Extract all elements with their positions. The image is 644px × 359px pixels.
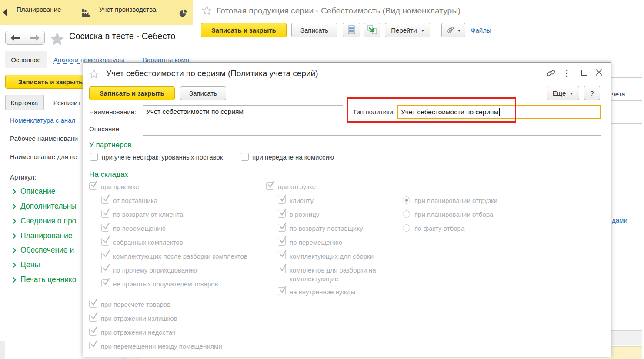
clipped-link[interactable]: дами [612, 216, 627, 224]
checkbox-commission-transfer[interactable] [241, 153, 249, 161]
field-border [611, 123, 642, 124]
pie-chart-icon[interactable] [179, 9, 187, 19]
checkbox-components-after-disassembly[interactable] [101, 252, 109, 259]
article-input[interactable] [43, 170, 83, 182]
favorite-star-outline-icon[interactable] [90, 70, 98, 80]
footer-gray-band [611, 330, 642, 345]
description-input[interactable] [143, 123, 601, 136]
checkbox-move-between-premises[interactable] [89, 342, 97, 349]
checkbox-transfer-out[interactable] [278, 238, 286, 246]
checkbox-label: комплектов для разборки на комплектующие [290, 266, 390, 283]
section-planning[interactable]: Планирование [12, 231, 72, 240]
checkbox-label: при приемке [101, 183, 139, 191]
forward-button[interactable] [25, 31, 45, 44]
sections-panel: Планирование Учет производства [0, 0, 193, 25]
partners-group-header: У партнеров [89, 141, 132, 150]
checkbox-not-accepted-goods[interactable] [101, 279, 109, 287]
attachments-button[interactable] [441, 23, 465, 37]
files-link[interactable]: Файлы [470, 27, 491, 34]
section-tab-production[interactable]: Учет производства [99, 6, 156, 13]
save-button[interactable]: Записать [180, 86, 226, 100]
factory-icon[interactable] [82, 9, 90, 19]
section-description[interactable]: Описание [12, 187, 56, 196]
form-frame-left-border [5, 110, 5, 357]
more-button[interactable]: Еще [547, 86, 579, 100]
section-prices[interactable]: Цены [12, 260, 40, 269]
checkbox-label: комплектующих для сборки [290, 252, 374, 260]
checkbox-to-client[interactable] [278, 196, 286, 204]
window-title: Готовая продукция серии - Себестоимость … [217, 6, 460, 16]
save-close-button[interactable]: Записать и закрыть [201, 23, 287, 37]
checkbox-goods-recount[interactable] [89, 300, 97, 308]
save-button[interactable]: Записать [291, 23, 337, 37]
checkbox-label: при перемещении между помещениями [101, 342, 222, 350]
radio-plan-picking[interactable] [403, 210, 410, 218]
radio-plan-shipment[interactable] [403, 196, 410, 204]
radio-label: при планировании отбора [414, 210, 493, 219]
linked-documents-icon [367, 25, 377, 36]
dialog-series-cost-accounting: Учет себестоимости по сериям (Политика у… [83, 62, 611, 357]
checkbox-internal-needs[interactable] [278, 287, 286, 295]
section-label: Обеспечение и [20, 246, 74, 255]
report-button[interactable] [343, 23, 360, 37]
checkbox-transfer-in[interactable] [101, 224, 109, 232]
goto-button[interactable]: Перейти [385, 23, 430, 37]
checkbox-supplier-return[interactable] [278, 224, 286, 232]
more-label: Еще [553, 90, 566, 97]
label-working-name: Рабочее наименовани [10, 135, 78, 142]
checkbox-label: при отражении излишков [101, 314, 177, 322]
section-label: Дополнительны [20, 202, 77, 211]
checkbox-label: при передаче на комиссию [252, 153, 334, 161]
scroll-left-icon[interactable] [3, 9, 7, 18]
name-input[interactable]: Учет себестоимости по сериям [143, 105, 343, 118]
save-close-button[interactable]: Записать и закрыть [5, 75, 96, 89]
checkbox-retail[interactable] [278, 210, 286, 218]
checkbox-uninvoiced-deliveries[interactable] [90, 153, 98, 161]
radio-fact-picking[interactable] [403, 224, 410, 232]
tab-main[interactable]: Основное [5, 51, 47, 68]
description-label: Описание: [89, 125, 121, 133]
section-label: Описание [20, 187, 56, 196]
checkbox-from-supplier[interactable] [101, 196, 109, 204]
link-nomenclature-analogs[interactable]: Номенклатура с анал [10, 116, 75, 124]
field-border [611, 86, 642, 86]
form-right-border [642, 65, 642, 345]
section-additional[interactable]: Дополнительны [12, 202, 77, 211]
section-supply[interactable]: Обеспечение и [12, 246, 74, 255]
checkbox-label: не принятых получателем товаров [113, 280, 218, 288]
checkbox-on-receipt[interactable] [89, 182, 97, 190]
checkbox-label: по перемещению [290, 238, 342, 246]
footer-yellow-band [611, 346, 642, 359]
checkbox-label: клиенту [290, 196, 314, 205]
red-highlight-annotation [347, 97, 516, 123]
field-border [611, 77, 642, 78]
checkbox-kits-for-disassembly[interactable] [278, 266, 286, 273]
section-production-info[interactable]: Сведения о про [12, 216, 76, 226]
checkbox-components-for-assembly[interactable] [278, 252, 286, 259]
maximize-icon[interactable] [581, 70, 587, 76]
checkbox-label: по возврату поставщику [290, 224, 363, 233]
favorite-star-outline-icon[interactable] [202, 6, 211, 17]
close-icon[interactable] [595, 69, 603, 78]
favorite-star-icon[interactable] [50, 32, 64, 47]
checkbox-other-receipt[interactable] [101, 266, 109, 273]
save-close-button[interactable]: Записать и закрыть [89, 86, 175, 100]
chevron-down-icon [570, 93, 573, 95]
kebab-menu-icon[interactable] [566, 69, 568, 79]
back-button[interactable] [6, 31, 25, 44]
help-button[interactable]: ? [584, 86, 600, 100]
checkbox-surplus-reflection[interactable] [89, 314, 97, 322]
section-label: Печать ценнико [20, 275, 76, 284]
checkbox-on-shipment[interactable] [266, 182, 274, 190]
checkbox-assembled-kits[interactable] [101, 238, 109, 246]
subordination-structure-button[interactable] [364, 23, 380, 37]
checkbox-shortage-reflection[interactable] [89, 328, 97, 336]
checkbox-client-return[interactable] [101, 210, 109, 218]
section-label: Цены [20, 260, 40, 269]
section-tab-planning[interactable]: Планирование [17, 6, 61, 13]
section-price-tags[interactable]: Печать ценнико [12, 275, 76, 284]
window-title: Сосиска в тесте - Себесто [69, 31, 175, 41]
dialog-title: Учет себестоимости по сериям (Политика у… [106, 69, 318, 78]
tab-card[interactable]: Карточка [5, 95, 43, 110]
get-link-icon[interactable] [547, 69, 555, 79]
